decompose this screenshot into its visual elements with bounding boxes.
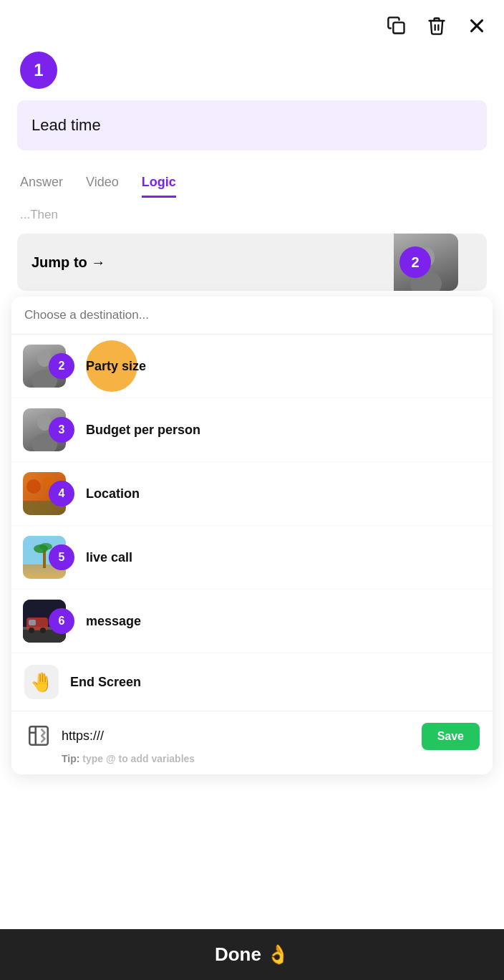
url-row-top: Save [24, 721, 480, 750]
dest-item-location[interactable]: 4 Location [11, 462, 493, 526]
svg-point-24 [40, 628, 46, 633]
tab-answer[interactable]: Answer [20, 175, 63, 198]
then-label: ...Then [0, 198, 504, 228]
lead-time-label: Lead time [32, 116, 101, 134]
dest-name-2: Party size [86, 359, 146, 374]
svg-point-23 [29, 628, 34, 633]
url-icon [24, 721, 53, 750]
dest-item-party-size[interactable]: 2 Party size [11, 335, 493, 398]
dest-name-3: Budget per person [86, 423, 200, 438]
svg-rect-15 [43, 550, 46, 568]
svg-point-17 [39, 543, 52, 550]
done-label: Done 👌 [215, 943, 289, 966]
dest-badge-4: 4 [49, 481, 74, 506]
dest-badge-2: 2 [49, 353, 74, 379]
delete-button[interactable] [424, 13, 450, 39]
url-tip: Tip: type @ to add variables [62, 753, 480, 764]
done-bar[interactable]: Done 👌 [0, 929, 504, 980]
tab-logic[interactable]: Logic [142, 175, 176, 198]
url-input[interactable] [62, 729, 413, 744]
save-button[interactable]: Save [422, 723, 480, 750]
svg-rect-22 [29, 620, 36, 625]
dest-badge-3: 3 [49, 417, 74, 443]
tab-bar: Answer Video Logic [0, 162, 504, 198]
lead-time-box: Lead time [17, 100, 487, 150]
tip-text: type @ to add variables [82, 753, 195, 764]
tip-label: Tip: [62, 753, 79, 764]
destination-dropdown: 2 Party size 3 Budget per person [11, 297, 493, 774]
destination-list: 2 Party size 3 Budget per person [11, 335, 493, 653]
end-screen-icon: 🤚 [24, 665, 59, 699]
dest-name-5: live call [86, 550, 132, 565]
svg-point-9 [26, 479, 41, 494]
jump-to-right: 2 [394, 234, 487, 291]
url-row: Save Tip: type @ to add variables [11, 711, 493, 774]
jump-to-label: Jump to → [32, 254, 105, 271]
svg-rect-0 [393, 22, 404, 33]
search-box [11, 297, 493, 335]
close-button[interactable] [464, 13, 490, 39]
step-badge: 1 [20, 52, 57, 89]
dest-item-budget[interactable]: 3 Budget per person [11, 398, 493, 462]
tab-video[interactable]: Video [86, 175, 119, 198]
search-input[interactable] [24, 308, 480, 322]
dest-name-6: message [86, 614, 141, 629]
dest-item-live-call[interactable]: 5 live call [11, 526, 493, 590]
dest-badge-6: 6 [49, 608, 74, 634]
jump-to-card[interactable]: Jump to → 2 [17, 234, 487, 291]
end-screen-item[interactable]: 🤚 End Screen [11, 653, 493, 711]
end-screen-emoji: 🤚 [30, 671, 53, 693]
end-screen-label: End Screen [70, 675, 141, 690]
copy-button[interactable] [384, 13, 410, 39]
svg-rect-25 [29, 726, 48, 745]
dest-badge-5: 5 [49, 544, 74, 570]
jump-badge: 2 [399, 246, 431, 278]
toolbar [0, 0, 504, 46]
dest-name-4: Location [86, 486, 140, 501]
dest-item-message[interactable]: 6 message [11, 590, 493, 653]
